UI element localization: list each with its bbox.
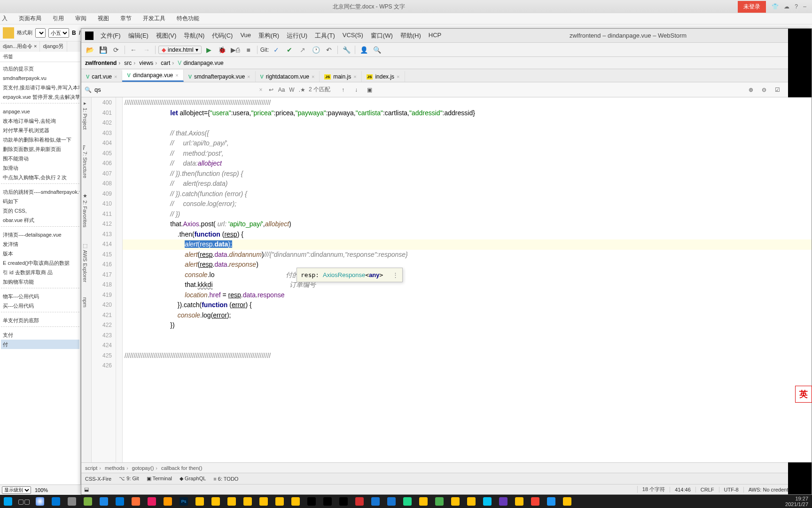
app-icon[interactable]	[383, 495, 399, 508]
font-size-select[interactable]: 小五	[48, 28, 69, 38]
bottom-tab[interactable]: ◆ GraphQL	[180, 476, 206, 482]
status-line-sep[interactable]: CRLF	[695, 487, 719, 492]
tab-close-icon[interactable]: ×	[247, 74, 250, 79]
bold-button[interactable]: B	[72, 30, 76, 36]
folder-icon[interactable]	[447, 495, 463, 508]
crumb-item[interactable]: views	[139, 60, 159, 66]
bottom-tab[interactable]: ⌥ 9: Git	[119, 476, 139, 482]
wps-login-button[interactable]: 未登录	[738, 1, 766, 13]
tab-close-icon[interactable]: ×	[114, 74, 117, 79]
editor-tab[interactable]: Vdindanpage.vue×	[122, 70, 183, 82]
project-tool-button[interactable]: ▸ 1: Project	[81, 97, 89, 133]
outline-item[interactable]: 支付	[1, 330, 79, 340]
wps-menu-item[interactable]: 入	[2, 15, 8, 23]
wps-outline-list[interactable]: 功后的提示页smdnafterpayok.vu页支付,接后请订单编号,并写入本地…	[0, 62, 80, 351]
folder-icon[interactable]	[511, 495, 527, 508]
folder-icon[interactable]	[192, 495, 208, 508]
run-config-select[interactable]: ◆ index.html ▾	[158, 46, 202, 54]
outline-item[interactable]: 功后的提示页	[1, 64, 79, 73]
outline-level-select[interactable]: 显示级别	[2, 486, 31, 494]
editor-tab[interactable]: Vcart.vue×	[81, 71, 122, 82]
app-icon[interactable]	[64, 495, 80, 508]
wps-menu-item[interactable]: 审阅	[75, 15, 86, 23]
back-icon[interactable]: ←	[128, 44, 139, 56]
ws-menu-item[interactable]: Vue	[237, 32, 254, 40]
outline-item[interactable]: E created()中取该商品的数据	[1, 258, 79, 268]
ws-menu-item[interactable]: 帮助(H)	[397, 32, 424, 40]
tab-close-icon[interactable]: ×	[312, 74, 314, 79]
run-icon[interactable]: ▶	[203, 44, 215, 56]
help-icon[interactable]: ?	[793, 3, 800, 10]
folder-icon[interactable]	[415, 495, 431, 508]
stop-icon[interactable]: ■	[243, 44, 254, 56]
outline-item[interactable]: erpayok.vue 暂停开发,先去解决苹果浏览	[1, 92, 79, 102]
app-icon[interactable]	[543, 495, 559, 508]
ws-menu-item[interactable]: 文件(F)	[97, 32, 124, 40]
tab-close-icon[interactable]: ×	[353, 74, 356, 79]
ws-menu-item[interactable]: 编辑(E)	[125, 32, 152, 40]
pycharm-icon[interactable]	[399, 495, 415, 508]
add-selection-icon[interactable]: ⊕	[746, 85, 756, 95]
folder-icon[interactable]	[208, 495, 224, 508]
outline-item[interactable]: 改本地订单编号,去轮询	[1, 116, 79, 126]
select-occurrences-icon[interactable]: ☑	[772, 85, 782, 95]
crumb-item[interactable]: cart	[161, 60, 176, 66]
history-icon[interactable]: ↩	[267, 87, 275, 93]
code-editor[interactable]: ////////////////////////////////////////…	[123, 97, 812, 462]
popup-more-icon[interactable]: ⋮	[392, 270, 398, 280]
start-button[interactable]	[0, 495, 16, 508]
case-icon[interactable]: Aa	[278, 87, 285, 93]
wps-doc-tab[interactable]: django另	[40, 41, 67, 52]
fold-gutter[interactable]	[116, 97, 123, 462]
taskbar-clock[interactable]: 19:27 2021/1/27	[781, 496, 812, 507]
regex-icon[interactable]: .★	[298, 87, 306, 93]
wps-doc-tab[interactable]: djan...用命令 ×	[0, 41, 40, 52]
chrome-icon[interactable]	[32, 495, 48, 508]
outline-item[interactable]: anpage.vue	[1, 107, 79, 116]
outline-item[interactable]: 单支付页的底部	[1, 316, 79, 325]
crumb-item[interactable]: zwlfrontend	[85, 60, 122, 66]
wps-menu-item[interactable]: 视图	[98, 15, 109, 23]
settings-icon[interactable]: 🔧	[341, 44, 352, 56]
italic-button[interactable]: I	[79, 30, 80, 36]
outline-item[interactable]: 删除页面数据,并刷新页面	[1, 144, 79, 154]
status-encoding[interactable]: UTF-8	[719, 487, 743, 492]
menu-dash-icon[interactable]: –	[801, 3, 808, 10]
wps-menu-item[interactable]: 引用	[53, 15, 64, 23]
wps-menu-item[interactable]: 章节	[120, 15, 132, 23]
find-input[interactable]	[94, 86, 254, 93]
app-icon[interactable]	[367, 495, 383, 508]
history-icon[interactable]: 🕐	[310, 44, 321, 56]
app-icon[interactable]	[160, 495, 176, 508]
debug-icon[interactable]: 🐞	[217, 44, 228, 56]
app-icon[interactable]	[144, 495, 160, 508]
search-icon[interactable]: 🔍	[371, 44, 383, 56]
code-crumb-item[interactable]: script	[85, 465, 103, 471]
next-match-icon[interactable]: ↓	[351, 85, 361, 95]
outline-item[interactable]: 功后的跳转页----smdnafterpayok.vue	[1, 187, 79, 197]
structure-tool-button[interactable]: ⌳ 7: Structure	[81, 142, 89, 181]
npm-tool-button[interactable]: npm	[81, 294, 89, 310]
open-icon[interactable]: 📂	[84, 44, 95, 56]
bottom-tab[interactable]: ≡ 6: TODO	[213, 476, 238, 482]
ws-menu-item[interactable]: 重构(R)	[255, 32, 282, 40]
firefox-icon[interactable]	[128, 495, 144, 508]
zoom-value[interactable]: 100%	[35, 487, 48, 493]
ws-menu-item[interactable]: VCS(S)	[339, 32, 367, 40]
wps-menu-item[interactable]: 开发工具	[143, 15, 165, 23]
cloud-icon[interactable]: ☁	[782, 3, 791, 10]
bottom-tab[interactable]: ▣ Terminal	[147, 476, 172, 482]
ws-menu-item[interactable]: HCP	[425, 32, 445, 40]
line-number-gutter[interactable]: 4004014024034044054064074084094104114124…	[92, 97, 116, 462]
outline-item[interactable]: 付	[1, 340, 79, 349]
outline-item[interactable]: smdnafterpayok.vu	[1, 73, 79, 83]
shirt-icon[interactable]: 👕	[770, 3, 781, 10]
code-crumb-item[interactable]: callback for then()	[161, 465, 202, 471]
app-icon[interactable]	[48, 495, 64, 508]
word-icon[interactable]: W	[288, 87, 296, 93]
outline-item[interactable]: 码如下	[1, 197, 79, 206]
outline-item[interactable]: 版本	[1, 249, 79, 258]
editor-tab[interactable]: Vrightdatacom.vue×	[256, 71, 320, 82]
folder-icon[interactable]	[240, 495, 256, 508]
app-icon[interactable]	[80, 495, 96, 508]
